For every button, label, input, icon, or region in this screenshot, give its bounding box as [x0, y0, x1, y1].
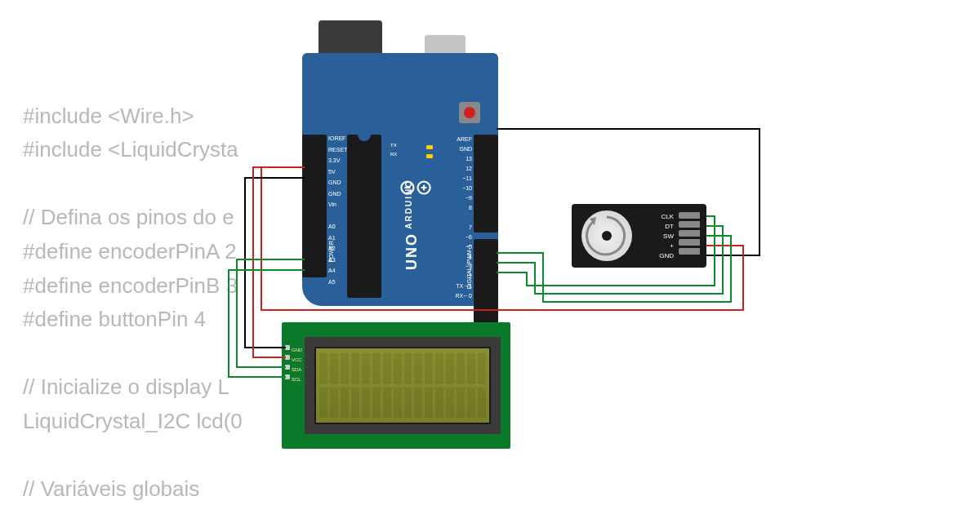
background-code: #include <Wire.h> #include <LiquidCrysta… [23, 65, 243, 507]
led-labels: TX RX [390, 141, 397, 159]
reset-button[interactable] [459, 102, 480, 123]
arduino-pins-left-labels: IOREF RESET 3.3V 5V GND GND Vin A0 A1 A2… [328, 133, 347, 287]
power-header[interactable] [302, 135, 327, 277]
digital-header-bot[interactable] [474, 239, 498, 325]
digital-section-label: DIGITAL (PWM~) [466, 245, 472, 289]
lcd-pins[interactable] [285, 345, 290, 379]
encoder-knob[interactable] [581, 210, 632, 261]
lcd-screen [314, 347, 491, 424]
svg-point-6 [602, 231, 612, 241]
atmega-chip [347, 135, 381, 298]
arduino-uno[interactable]: IOREF RESET 3.3V 5V GND GND Vin A0 A1 A2… [302, 20, 498, 306]
arduino-model-label: UNO [403, 233, 421, 270]
lcd-i2c-display[interactable]: GND VCC SDA SCL [282, 322, 510, 449]
lcd-bezel [305, 337, 501, 434]
arduino-pcb: IOREF RESET 3.3V 5V GND GND Vin A0 A1 A2… [302, 53, 498, 306]
encoder-pin-labels: CLK DT SW + GND [659, 212, 674, 261]
rotary-encoder[interactable]: CLK DT SW + GND [572, 204, 706, 268]
lcd-pin-labels: GND VCC SDA SCL [292, 345, 302, 384]
tx-rx-leds [426, 145, 433, 163]
power-section-label: POWER [328, 241, 334, 262]
encoder-pins[interactable] [679, 212, 700, 255]
digital-header-top[interactable] [474, 135, 498, 233]
arduino-logo-icon [399, 175, 433, 200]
